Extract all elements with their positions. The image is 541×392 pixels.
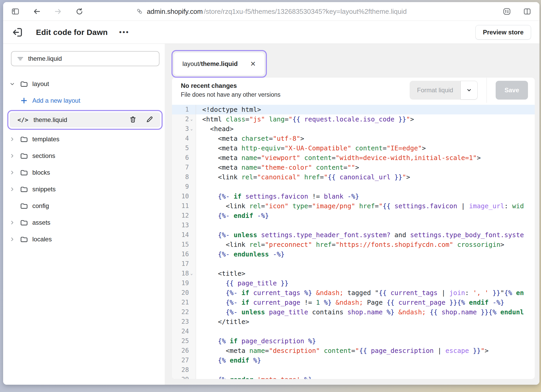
chevron-right-icon[interactable] [9, 220, 20, 225]
line-gutter: 14 [172, 230, 196, 240]
chevron-right-icon[interactable] [9, 153, 20, 159]
code-line-text[interactable]: {%- endif -%} [196, 211, 535, 220]
code-line: 29 {% render 'meta-tags' %} [172, 375, 535, 379]
code-line-text[interactable]: {%- endunless -%} [196, 249, 535, 259]
format-liquid-split-button: Format liquid [410, 81, 478, 100]
code-line-text[interactable]: {%- if settings.favicon != blank -%} [196, 192, 535, 201]
code-line: 3⌄ <head> [172, 124, 535, 134]
line-number: 11 [181, 201, 189, 211]
content: layoutAdd a new layout</>theme.liquidtem… [3, 44, 539, 385]
format-liquid-dropdown[interactable] [460, 81, 478, 100]
filter-icon [17, 55, 24, 62]
code-line-text[interactable] [196, 220, 535, 230]
code-line-text[interactable] [196, 327, 535, 336]
chevron-right-icon[interactable] [9, 236, 20, 242]
code-line-text[interactable]: <link rel="icon" type="image/png" href="… [196, 201, 535, 211]
preview-store-button[interactable]: Preview store [475, 25, 531, 40]
code-line-text[interactable]: <meta http-equiv="X-UA-Compatible" conte… [196, 143, 535, 153]
sidebar-item-templates[interactable]: templates [3, 131, 165, 148]
code-line-text[interactable] [196, 365, 535, 375]
url-bar[interactable]: admin.shopify.com/store/rzq1xu-f5/themes… [136, 7, 407, 15]
line-number: 18 [181, 269, 189, 278]
code-line-text[interactable]: <link rel="preconnect" href="https://fon… [196, 240, 535, 249]
line-gutter: 7 [172, 163, 196, 172]
code-line-text[interactable]: <head> [196, 124, 535, 134]
code-line-text[interactable]: <html class="js" lang="{{ request.locale… [196, 114, 535, 124]
chevron-right-icon[interactable] [9, 170, 20, 175]
sidebar-item-layout[interactable]: layout [3, 76, 165, 92]
sidebar-item-blocks[interactable]: blocks [3, 164, 165, 181]
code-line-text[interactable]: {%- unless page_title contains shop.name… [196, 307, 535, 317]
fold-toggle-icon[interactable]: ⌄ [189, 269, 194, 278]
line-number: 7 [185, 163, 189, 172]
line-number: 1 [185, 105, 189, 114]
line-number: 16 [181, 249, 189, 259]
code-line-text[interactable]: <!doctype html> [196, 105, 535, 114]
line-number: 2 [185, 114, 189, 124]
tab-theme-liquid[interactable]: layout/theme.liquid ✕ [174, 53, 264, 75]
sidebar-item-config[interactable]: config [3, 198, 165, 214]
back-icon[interactable] [32, 7, 41, 16]
sidebar-item-label: templates [32, 136, 59, 143]
code-line-text[interactable]: {%- if current_page != 1 %} &ndash; Page… [196, 298, 535, 307]
page-settings-icon[interactable] [502, 7, 511, 16]
code-editor[interactable]: 1<!doctype html>2⌄<html class="js" lang=… [172, 103, 535, 379]
chevron-right-icon[interactable] [9, 136, 20, 142]
folder-icon [20, 152, 32, 160]
save-button[interactable]: Save [496, 81, 528, 100]
format-liquid-button[interactable]: Format liquid [410, 81, 460, 100]
code-line-text[interactable]: {{ page_title }} [196, 278, 535, 288]
line-gutter: 5 [172, 143, 196, 153]
sidebar-toggle-icon[interactable] [11, 7, 20, 16]
sidebar-item-label: locales [32, 236, 52, 243]
sidebar-item-locales[interactable]: locales [3, 231, 165, 248]
code-line-text[interactable]: <meta charset="utf-8"> [196, 134, 535, 143]
line-gutter: 16 [172, 249, 196, 259]
exit-editor-icon[interactable] [11, 26, 23, 38]
code-line: 6 <meta name="viewport" content="width=d… [172, 153, 535, 163]
sidebar-item-assets[interactable]: assets [3, 214, 165, 231]
reload-icon[interactable] [75, 7, 84, 16]
split-view-icon[interactable] [523, 7, 532, 16]
delete-file-icon[interactable] [129, 115, 137, 124]
sidebar-item-sections[interactable]: sections [3, 148, 165, 164]
rename-file-icon[interactable] [146, 115, 153, 124]
line-number: 24 [181, 327, 189, 336]
desktop-background: admin.shopify.com/store/rzq1xu-f5/themes… [0, 0, 541, 392]
code-line-text[interactable]: {% if page_description %} [196, 336, 535, 346]
sidebar-item-add-layout[interactable]: Add a new layout [3, 92, 165, 109]
fold-toggle-icon[interactable]: ⌄ [189, 124, 194, 134]
tab-label: layout/theme.liquid [182, 60, 238, 68]
code-line-text[interactable]: </title> [196, 317, 535, 327]
sidebar-item-snippets[interactable]: snippets [3, 181, 165, 198]
code-line-text[interactable]: <meta name="description" content="{{ pag… [196, 346, 535, 356]
code-line: 26 <meta name="description" content="{{ … [172, 346, 535, 356]
overflow-menu-icon[interactable]: ••• [119, 28, 129, 36]
code-line-text[interactable]: {% endif %} [196, 356, 535, 365]
file-search-input[interactable] [28, 55, 154, 62]
code-line-text[interactable] [196, 182, 535, 192]
sidebar-item-theme-liquid[interactable]: </>theme.liquid [10, 112, 160, 127]
forward-icon[interactable] [54, 7, 63, 16]
fold-toggle-icon[interactable]: ⌄ [189, 114, 194, 124]
folder-icon [20, 218, 32, 227]
code-line-text[interactable]: {%- unless settings.type_header_font.sys… [196, 230, 535, 240]
chevron-down-icon[interactable] [9, 81, 20, 87]
line-gutter: 17 [172, 259, 196, 269]
code-line-text[interactable]: <meta name="viewport" content="width=dev… [196, 153, 535, 163]
line-gutter: 24 [172, 327, 196, 336]
code-line-text[interactable]: <title> [196, 269, 535, 278]
line-gutter: 21 [172, 298, 196, 307]
code-line-text[interactable]: {%- if current_tags %} &ndash; tagged "{… [196, 288, 535, 298]
line-number: 17 [181, 259, 189, 269]
file-sidebar: layoutAdd a new layout</>theme.liquidtem… [3, 44, 165, 385]
code-line-text[interactable]: <meta name="theme-color" content=""> [196, 163, 535, 172]
line-number: 26 [181, 346, 189, 356]
chevron-right-icon[interactable] [9, 186, 20, 192]
code-line-text[interactable]: {% render 'meta-tags' %} [196, 375, 535, 379]
tab-close-icon[interactable]: ✕ [250, 60, 256, 67]
code-line-text[interactable] [196, 259, 535, 269]
file-tree: layoutAdd a new layout</>theme.liquidtem… [3, 76, 165, 248]
code-line: 17 [172, 259, 535, 269]
code-line-text[interactable]: <link rel="canonical" href="{{ canonical… [196, 172, 535, 182]
